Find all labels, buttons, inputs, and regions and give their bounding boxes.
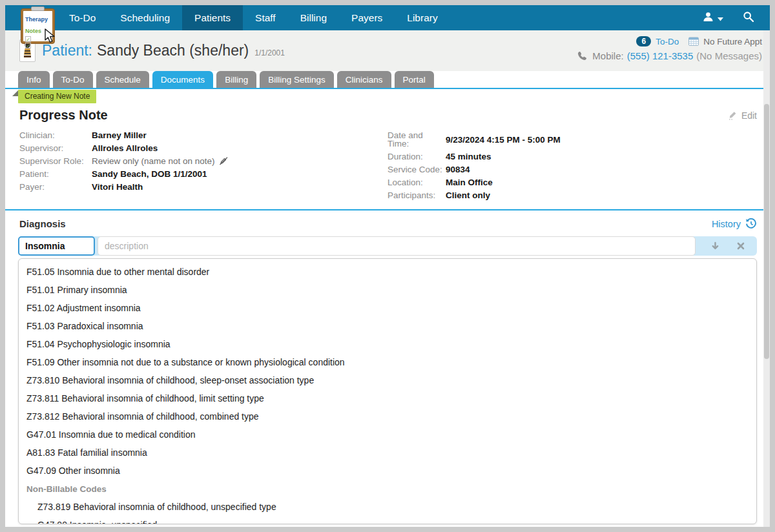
banner-fold-icon: [12, 90, 18, 96]
field-value: Review only (name not on note): [92, 157, 215, 165]
nav-item-scheduling[interactable]: Scheduling: [108, 5, 182, 30]
scrollbar-track[interactable]: [763, 30, 770, 527]
field-value: Allroles Allroles: [92, 144, 158, 152]
diagnosis-option[interactable]: G47.00 Insomnia, unspecified: [19, 517, 756, 524]
nav-item-billing[interactable]: Billing: [288, 5, 339, 30]
checkbox-icon: ✓: [25, 36, 31, 42]
diagnosis-code-input[interactable]: [18, 236, 95, 256]
tab-label: Schedule: [105, 75, 141, 85]
edit-label: Edit: [741, 110, 757, 121]
patient-quick-info: 6 To-Do No Future Appt Mobile: (555) 121…: [577, 34, 762, 61]
diagnosis-option[interactable]: A81.83 Fatal familial insomnia: [19, 444, 756, 462]
field-value: Main Office: [446, 178, 493, 187]
note-content: Creating New Note Progress Note Edit Cli…: [5, 89, 770, 527]
move-down-button[interactable]: [704, 236, 726, 256]
nav-item-label: Scheduling: [120, 12, 170, 23]
tab-clinicians[interactable]: Clinicians: [337, 71, 391, 88]
diagnosis-option[interactable]: G47.01 Insomnia due to medical condition: [19, 426, 756, 444]
option-label: Z73.811 Behavioral insomnia of childhood…: [26, 393, 264, 404]
diagnosis-option[interactable]: F51.04 Psychophysiologic insomnia: [19, 336, 756, 354]
diagnosis-option[interactable]: F51.05 Insomnia due to other mental diso…: [19, 263, 756, 281]
option-label: F51.05 Insomnia due to other mental diso…: [26, 267, 209, 277]
tab-todo[interactable]: To-Do: [53, 71, 93, 88]
chevron-down-icon: [718, 12, 723, 24]
field-value: 9/23/2024 4:15 PM - 5:00 PM: [446, 136, 561, 144]
field-duration[interactable]: Duration: 45 minutes: [388, 152, 756, 161]
nav-item-library[interactable]: Library: [395, 5, 450, 30]
user-menu[interactable]: [703, 12, 723, 25]
field-label: Duration:: [388, 152, 446, 161]
diagnosis-option[interactable]: Z73.819 Behavioral insomnia of childhood…: [19, 498, 756, 517]
field-value: 90834: [446, 165, 470, 174]
field-label: Patient:: [19, 170, 92, 178]
nav-item-payers[interactable]: Payers: [339, 5, 395, 30]
main-nav: To-DoSchedulingPatientsStaffBillingPayer…: [57, 5, 450, 30]
tab-info[interactable]: Info: [18, 71, 50, 88]
tab-portal[interactable]: Portal: [395, 71, 434, 88]
mobile-number-link[interactable]: (555) 121-3535: [627, 50, 694, 61]
diagnosis-description-input[interactable]: [98, 236, 696, 256]
nav-item-label: Payers: [351, 12, 382, 23]
diagnosis-option[interactable]: F51.01 Primary insomnia: [19, 281, 756, 300]
diagnosis-option[interactable]: Z73.811 Behavioral insomnia of childhood…: [19, 390, 756, 408]
option-label: F51.01 Primary insomnia: [26, 285, 127, 295]
field-payer[interactable]: Payer: Vitori Health: [19, 183, 388, 191]
option-label: F51.09 Other insomnia not due to a subst…: [26, 357, 345, 367]
nav-item-staff[interactable]: Staff: [243, 5, 288, 30]
diagnosis-option[interactable]: G47.09 Other insomnia: [19, 462, 756, 480]
mobile-row: Mobile: (555) 121-3535 (No Messages): [577, 50, 762, 61]
tab-billing-settings[interactable]: Billing Settings: [260, 71, 334, 88]
option-label: Z73.812 Behavioral insomnia of childhood…: [26, 411, 259, 422]
option-label: F51.03 Paradoxical insomnia: [26, 321, 143, 331]
nav-item-patients[interactable]: Patients: [182, 5, 243, 30]
todo-count-badge: 6: [636, 36, 651, 46]
field-date-time[interactable]: Date and Time: 9/23/2024 4:15 PM - 5:00 …: [388, 131, 756, 148]
diagnosis-option[interactable]: Z73.810 Behavioral insomnia of childhood…: [19, 372, 756, 390]
field-label: Location:: [388, 178, 446, 187]
top-navbar: To-DoSchedulingPatientsStaffBillingPayer…: [5, 5, 770, 30]
field-location[interactable]: Location: Main Office: [388, 178, 756, 187]
field-value: Barney Miller: [92, 131, 147, 139]
option-label: F51.04 Psychophysiologic insomnia: [26, 339, 170, 349]
nav-item-todo[interactable]: To-Do: [57, 5, 108, 30]
tab-schedule[interactable]: Schedule: [96, 71, 149, 88]
therapynotes-logo[interactable]: Therapy Notes ✓ ✓: [21, 6, 55, 44]
tab-documents[interactable]: Documents: [152, 71, 213, 88]
tab-billing[interactable]: Billing: [216, 71, 256, 88]
history-button[interactable]: History: [712, 218, 757, 229]
checkbox-icon: ✓: [25, 43, 31, 48]
tab-label: Billing: [225, 75, 248, 85]
diagnosis-option[interactable]: F51.09 Other insomnia not due to a subst…: [19, 354, 756, 372]
patient-dob: 1/1/2001: [254, 48, 285, 57]
todo-appt-row: 6 To-Do No Future Appt: [577, 34, 762, 48]
brand-line2: Notes: [25, 28, 41, 34]
field-clinician[interactable]: Clinician: Barney Miller: [19, 131, 388, 139]
phone-icon: [577, 51, 587, 61]
remove-diagnosis-button[interactable]: [730, 236, 752, 256]
option-label: A81.83 Fatal familial insomnia: [26, 447, 147, 458]
cursor-arrow-icon: [44, 28, 56, 46]
option-label: Z73.819 Behavioral insomnia of childhood…: [37, 502, 276, 512]
tab-label: Portal: [403, 75, 426, 85]
nav-item-label: Patients: [194, 12, 231, 23]
option-label: G47.01 Insomnia due to medical condition: [26, 429, 196, 440]
field-patient[interactable]: Patient: Sandy Beach, DOB 1/1/2001: [19, 170, 388, 178]
patient-title: Patient: Sandy Beach (she/her) 1/1/2001: [42, 42, 285, 59]
field-supervisor[interactable]: Supervisor: Allroles Allroles: [19, 144, 388, 152]
tab-label: To-Do: [61, 75, 85, 85]
edit-button[interactable]: Edit: [727, 110, 757, 121]
tab-label: Clinicians: [346, 75, 383, 85]
field-supervisor-role[interactable]: Supervisor Role: Review only (name not o…: [19, 157, 388, 165]
diagnosis-option[interactable]: F51.02 Adjustment insomnia: [19, 300, 756, 318]
diagnosis-option[interactable]: F51.03 Paradoxical insomnia: [19, 318, 756, 336]
scrollbar-thumb[interactable]: [764, 104, 769, 359]
field-value: Sandy Beach, DOB 1/1/2001: [92, 170, 207, 178]
todo-link[interactable]: To-Do: [656, 37, 679, 46]
history-label: History: [712, 219, 741, 229]
search-icon[interactable]: [743, 11, 754, 25]
diagnosis-option[interactable]: Z73.812 Behavioral insomnia of childhood…: [19, 408, 756, 426]
diagnosis-dropdown: F51.05 Insomnia due to other mental diso…: [18, 258, 757, 524]
tab-label: Info: [26, 75, 41, 85]
field-service-code[interactable]: Service Code: 90834: [388, 165, 756, 174]
field-participants[interactable]: Participants: Client only: [388, 191, 756, 200]
